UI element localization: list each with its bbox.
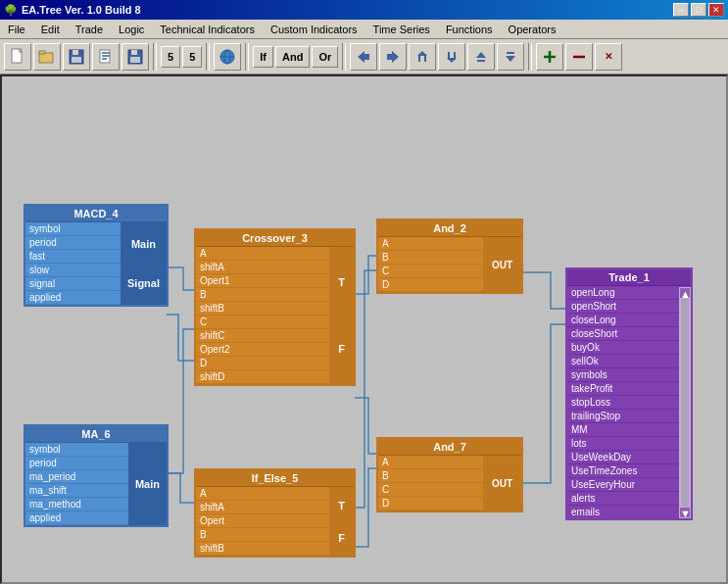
if-btn[interactable]: If [253, 46, 273, 68]
svg-marker-17 [387, 51, 399, 63]
trade1-scroll-down[interactable]: ▼ [680, 508, 690, 517]
globe-btn[interactable] [214, 43, 241, 71]
ie5-shiftB: shiftB [196, 542, 329, 556]
trade1-lots: lots [567, 437, 691, 451]
menu-technical[interactable]: Technical Indicators [152, 20, 263, 38]
trade1-openlong: openLong [567, 286, 691, 300]
down2-btn[interactable] [497, 43, 524, 71]
sep1 [153, 43, 157, 71]
trade1-scroll-up[interactable]: ▲ [680, 288, 690, 298]
svg-marker-23 [447, 58, 457, 63]
ifelse5-title: If_Else_5 [196, 470, 354, 487]
menu-functions[interactable]: Functions [438, 20, 501, 38]
macd4-node[interactable]: MACD_4 symbol period fast slow signal ap… [24, 204, 169, 307]
up2-btn[interactable] [467, 43, 495, 71]
ma6-period: period [25, 457, 128, 470]
save-btn[interactable] [63, 43, 90, 71]
macd4-applied: applied [25, 291, 121, 305]
and2-title: And_2 [378, 220, 521, 237]
crossover3-node[interactable]: Crossover_3 A shiftA Opert1 B shiftB C s… [194, 228, 356, 386]
svg-rect-11 [131, 50, 137, 55]
down-btn[interactable] [438, 43, 465, 71]
and7-B: B [378, 469, 483, 483]
and2-node[interactable]: And_2 A B C D OUT [376, 219, 523, 294]
macd4-fast: fast [25, 250, 121, 264]
trade1-closelong: closeLong [567, 314, 691, 327]
minimize-btn[interactable]: − [673, 3, 689, 17]
menu-custom[interactable]: Custom Indicators [263, 20, 365, 38]
c3-shiftD: shiftD [196, 370, 329, 384]
and2-out: OUT [489, 260, 515, 270]
c3-T-out: T [335, 274, 348, 290]
up-btn[interactable] [409, 43, 436, 71]
menu-trade[interactable]: Trade [68, 20, 111, 38]
macd4-title: MACD_4 [25, 206, 167, 222]
svg-marker-20 [417, 51, 427, 56]
ie5-T-out: T [335, 498, 348, 513]
trade1-emails: emails [567, 506, 691, 518]
trade1-symbols: symbols [567, 368, 691, 382]
open-btn[interactable] [33, 43, 61, 71]
forward-btn[interactable] [379, 43, 407, 71]
menu-file[interactable]: File [0, 20, 33, 38]
ma6-node[interactable]: MA_6 symbol period ma_period ma_shift ma… [24, 424, 169, 527]
ma6-applied: applied [25, 511, 128, 525]
c3-B: B [196, 288, 329, 302]
close-btn[interactable]: ✕ [708, 3, 724, 17]
and2-B: B [378, 251, 483, 265]
macd4-signal-out: Signal [124, 275, 163, 291]
svg-marker-16 [358, 51, 369, 63]
num5a-btn[interactable]: 5 [161, 46, 180, 68]
sep5 [528, 43, 532, 71]
ma6-title: MA_6 [25, 426, 167, 443]
or-btn[interactable]: Or [312, 46, 338, 68]
delete-btn[interactable]: ✕ [595, 43, 622, 71]
sep2 [206, 43, 210, 71]
macd4-slow: slow [25, 264, 121, 277]
c3-A: A [196, 247, 329, 261]
crossover3-title: Crossover_3 [196, 230, 354, 247]
sep3 [245, 43, 249, 71]
menu-timeseries[interactable]: Time Series [365, 20, 438, 38]
svg-rect-5 [72, 57, 81, 63]
num5b-btn[interactable]: 5 [182, 46, 202, 68]
trade1-useeveryhour: UseEveryHour [567, 478, 691, 492]
subtract-btn[interactable] [565, 43, 593, 71]
trade1-stoploss: stopLoss [567, 396, 691, 410]
menu-logic[interactable]: Logic [111, 20, 152, 38]
c3-Opert1: Opert1 [196, 274, 329, 288]
trade1-closeshort: closeShort [567, 327, 691, 341]
and2-D: D [378, 278, 483, 292]
ma6-symbol: symbol [25, 443, 128, 457]
and7-D: D [378, 497, 483, 511]
c3-shiftC: shiftC [196, 329, 329, 343]
title-bar: 🌳 EA.Tree Ver. 1.0 Build 8 − □ ✕ [0, 0, 728, 20]
menu-operators[interactable]: Operators [501, 20, 564, 38]
toolbar: 5 5 If And Or ✕ [0, 39, 728, 74]
edit-btn[interactable] [92, 43, 120, 71]
trade1-sellok: sellOk [567, 355, 691, 368]
new-btn[interactable] [4, 43, 31, 71]
and7-out: OUT [489, 478, 515, 489]
ma6-maperiod: ma_period [25, 470, 128, 484]
c3-C: C [196, 316, 329, 329]
c3-shiftB: shiftB [196, 302, 329, 316]
and7-title: And_7 [378, 439, 521, 456]
and7-A: A [378, 456, 483, 469]
menu-edit[interactable]: Edit [33, 20, 68, 38]
macd4-signal: signal [25, 277, 121, 291]
and-btn[interactable]: And [275, 46, 310, 68]
maximize-btn[interactable]: □ [691, 3, 706, 17]
trade1-takeprofit: takeProfit [567, 382, 691, 396]
trade1-node[interactable]: Trade_1 openLong openShort closeLong clo… [565, 268, 693, 520]
add-btn[interactable] [536, 43, 563, 71]
trade1-buyok: buyOk [567, 341, 691, 355]
ifelse5-node[interactable]: If_Else_5 A shiftA Opert B shiftB T F [194, 468, 356, 558]
and7-node[interactable]: And_7 A B C D OUT [376, 437, 523, 512]
trade1-title: Trade_1 [567, 269, 691, 286]
back-btn[interactable] [350, 43, 377, 71]
title-bar-controls: − □ ✕ [673, 3, 724, 17]
trade1-usetimezones: UseTimeZones [567, 464, 691, 478]
sep4 [342, 43, 346, 71]
saveas-btn[interactable] [121, 43, 149, 71]
